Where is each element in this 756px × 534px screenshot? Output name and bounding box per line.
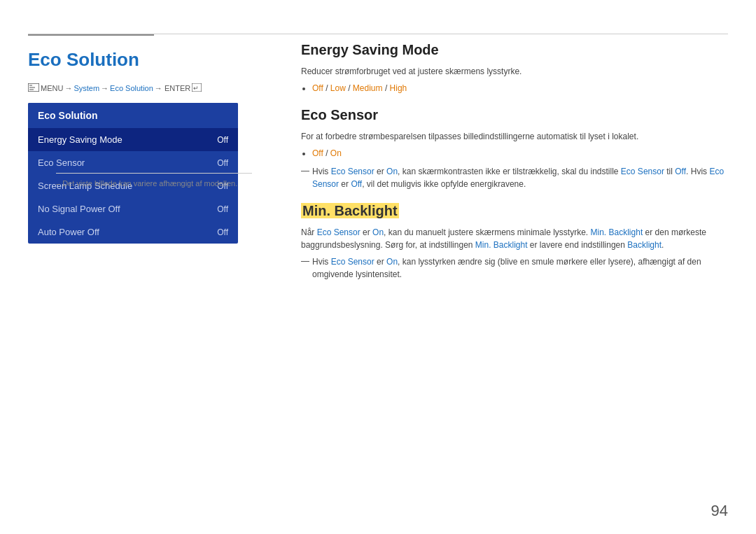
sidebar-item-auto-power[interactable]: Auto Power Off Off — [28, 220, 238, 244]
note-dash-2: — — [301, 256, 309, 266]
backlight-ref1: Backlight — [627, 240, 662, 250]
energy-saving-bullet-1: Off / Low / Medium / High — [312, 82, 728, 94]
top-divider-line — [28, 34, 728, 34]
eco-solution-link[interactable]: Eco Solution — [110, 84, 153, 92]
section-min-backlight-title: Min. Backlight — [301, 203, 728, 219]
page-number: 94 — [711, 502, 728, 520]
eco-sensor-ref5: Eco Sensor — [331, 257, 374, 267]
off-ref2: Off — [351, 179, 362, 189]
sidebar-item-auto-power-value: Off — [217, 227, 228, 237]
section-min-backlight: Min. Backlight Når Eco Sensor er On, kan… — [301, 203, 728, 281]
sidebar-item-auto-power-label: Auto Power Off — [38, 227, 99, 237]
note-dash-1: — — [301, 166, 309, 176]
svg-text:↵: ↵ — [193, 85, 199, 92]
section-eco-sensor: Eco Sensor For at forbedre strømbesparel… — [301, 107, 728, 190]
menu-path: MENU → System → Eco Solution → ENTER ↵ — [28, 83, 280, 93]
sidebar-item-eco-sensor-label: Eco Sensor — [38, 157, 85, 168]
eco-sensor-ref4: Eco Sensor — [317, 227, 360, 237]
min-backlight-title-text: Min. Backlight — [301, 203, 399, 218]
sidebar-item-energy-saving[interactable]: Energy Saving Mode Off — [28, 128, 238, 151]
min-backlight-note: — Hvis Eco Sensor er On, kan lysstyrken … — [301, 255, 728, 281]
section-energy-saving-desc: Reducer strømforbruget ved at justere sk… — [301, 65, 728, 78]
sidebar-item-energy-saving-value: Off — [217, 135, 228, 145]
low-option: Low — [330, 83, 346, 93]
eco-sensor-bullets: Off / On — [312, 147, 728, 160]
eco-sep: / — [326, 148, 330, 158]
sep3: / — [385, 83, 390, 93]
min-backlight-ref2: Min. Backlight — [475, 240, 528, 250]
footnote: – Det viste billede kan variere afhængig… — [56, 173, 252, 188]
high-option: High — [390, 83, 407, 93]
sidebar-item-no-signal[interactable]: No Signal Power Off Off — [28, 197, 238, 220]
section-energy-saving-title: Energy Saving Mode — [301, 42, 728, 58]
system-link[interactable]: System — [74, 84, 99, 92]
right-panel: Energy Saving Mode Reducer strømforbruge… — [301, 42, 728, 285]
section-eco-sensor-title: Eco Sensor — [301, 107, 728, 123]
section-eco-sensor-desc: For at forbedre strømbesparelsen tilpass… — [301, 130, 728, 143]
sep1: / — [326, 83, 330, 93]
eco-on-option: On — [330, 148, 342, 158]
energy-saving-bullets: Off / Low / Medium / High — [312, 82, 728, 94]
eco-sensor-ref2: Eco Sensor — [621, 167, 664, 176]
min-backlight-ref1: Min. Backlight — [591, 227, 643, 237]
eco-sensor-note1: — Hvis Eco Sensor er On, kan skærmkontra… — [301, 165, 728, 190]
enter-icon: ↵ — [192, 83, 202, 93]
medium-option: Medium — [353, 83, 383, 93]
section-energy-saving: Energy Saving Mode Reducer strømforbruge… — [301, 42, 728, 94]
arrow2: → — [101, 84, 108, 92]
sidebar-item-energy-saving-label: Energy Saving Mode — [38, 134, 122, 145]
on-ref2: On — [372, 227, 384, 237]
sidebar-item-no-signal-value: Off — [217, 204, 228, 214]
sidebar-header: Eco Solution — [28, 103, 238, 128]
menu-label: MENU — [41, 84, 63, 92]
sidebar-item-eco-sensor[interactable]: Eco Sensor Off — [28, 151, 238, 174]
sidebar-item-no-signal-label: No Signal Power Off — [38, 204, 120, 214]
sep2: / — [348, 83, 353, 93]
on-ref3: On — [386, 257, 398, 267]
min-backlight-note-text: Hvis Eco Sensor er On, kan lysstyrken æn… — [312, 255, 728, 281]
eco-sensor-ref1: Eco Sensor — [331, 167, 374, 176]
on-ref1: On — [386, 167, 398, 176]
off-option: Off — [312, 83, 323, 93]
page-title: Eco Solution — [28, 49, 280, 71]
min-backlight-desc1: Når Eco Sensor er On, kan du manuelt jus… — [301, 226, 728, 251]
sidebar-item-eco-sensor-value: Off — [217, 158, 228, 168]
menu-icon — [28, 83, 39, 93]
off-ref1: Off — [675, 167, 686, 176]
eco-sensor-note1-text: Hvis Eco Sensor er On, kan skærmkontrast… — [312, 165, 728, 190]
eco-off-option: Off — [312, 148, 323, 158]
arrow3: → ENTER — [155, 84, 190, 92]
arrow1: → — [64, 84, 72, 92]
left-panel: Eco Solution MENU → System → Eco Solutio… — [28, 42, 280, 244]
eco-sensor-bullet-1: Off / On — [312, 147, 728, 160]
